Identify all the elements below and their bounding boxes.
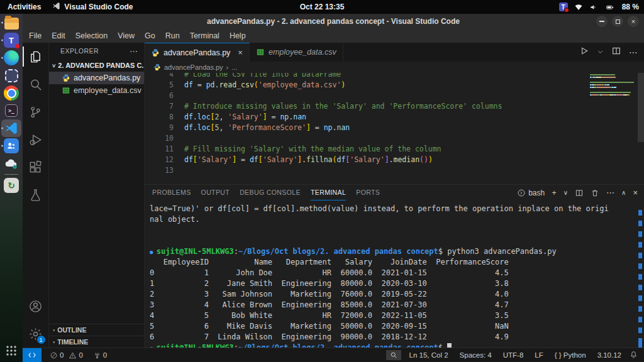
code-text	[174, 133, 184, 144]
terminal-profile[interactable]: bash	[517, 189, 545, 197]
tab-close-icon[interactable]: ×	[238, 48, 243, 57]
activities-button[interactable]: Activities	[8, 3, 41, 11]
encoding-status[interactable]: UTF-8	[500, 351, 527, 359]
problems-status[interactable]: 0 0	[47, 351, 86, 359]
chrome-icon	[4, 85, 19, 101]
menu-go[interactable]: Go	[140, 29, 160, 43]
focused-app-indicator[interactable]: Visual Studio Code	[52, 2, 133, 12]
breadcrumb[interactable]: advancePandas.py › ...	[145, 62, 644, 73]
panel-header: PROBLEMSOUTPUTDEBUG CONSOLETERMINALPORTS…	[145, 185, 644, 200]
line-number: 6	[145, 90, 174, 101]
activitybar-explorer[interactable]	[23, 43, 49, 70]
activitybar-search[interactable]	[23, 70, 49, 98]
dock-item-weather[interactable]	[1, 155, 21, 172]
new-terminal-button[interactable]: +	[552, 189, 557, 197]
dock-item-terminal[interactable]: >_	[1, 102, 21, 119]
panel-tab-output[interactable]: OUTPUT	[201, 185, 230, 200]
vscode-icon	[4, 121, 19, 136]
terminal-line: 4 5 Bob White HR 72000.0 2022-11-05 3.5	[150, 310, 644, 321]
editor-more-actions-button[interactable]: ⋯	[629, 47, 638, 57]
code-text: # Introduce missing values in the 'Salar…	[174, 101, 502, 112]
settings-button[interactable]: 1	[23, 320, 49, 348]
minimize-button[interactable]	[596, 16, 608, 27]
sidebar-title: EXPLORER	[60, 47, 99, 55]
panel-more-button[interactable]: ⋯	[606, 189, 614, 197]
chevron-right-icon: ›	[53, 339, 55, 345]
menu-terminal[interactable]: Terminal	[185, 29, 225, 43]
eol-status[interactable]: LF	[531, 351, 546, 359]
tab-employee_data.csv[interactable]: employee_data.csv	[250, 43, 343, 62]
split-editor-button[interactable]	[611, 46, 621, 58]
error-icon	[50, 351, 58, 359]
close-button[interactable]: ×	[628, 16, 639, 27]
system-tray[interactable]: T 88 %	[559, 3, 639, 11]
account-button[interactable]	[23, 292, 49, 320]
code-text: df.loc[5, 'PerformanceScore'] = np.nan	[174, 123, 350, 133]
vscode-mono-icon	[52, 2, 60, 12]
warning-icon	[69, 351, 77, 359]
line-number: 4	[145, 73, 174, 80]
dock-item-files[interactable]	[1, 14, 21, 31]
dock-show-apps[interactable]	[1, 342, 21, 359]
sidebar-section-timeline[interactable]: ›TIMELINE	[49, 336, 144, 348]
dock-item-screenshot[interactable]	[1, 67, 21, 84]
code-line: 4# Load the CSV file into a DataFrame	[145, 73, 644, 80]
menu-view[interactable]: View	[113, 29, 140, 43]
remote-indicator[interactable]	[23, 348, 42, 362]
terminal-icon: >_	[5, 104, 18, 117]
ports-status[interactable]: 0	[90, 351, 110, 359]
panel-tab-ports[interactable]: PORTS	[356, 185, 380, 200]
activitybar-testing[interactable]	[23, 181, 49, 209]
notifications-bell[interactable]	[630, 351, 638, 360]
sidebar-section-outline[interactable]: ›OUTLINE	[49, 324, 144, 336]
terminal-line: ○ sujit@INL-5MLKWG3:~/Blogs/Oct blogs/2.…	[150, 343, 644, 348]
teams-tray-icon: T	[559, 3, 568, 11]
show-apps-icon	[6, 345, 17, 356]
panel-tab-terminal[interactable]: TERMINAL	[311, 185, 346, 200]
panel-maximize-button[interactable]: ∧	[621, 190, 626, 196]
run-button[interactable]	[579, 46, 589, 58]
dock-item-updater[interactable]: ↻	[1, 177, 21, 194]
dock-item-chrome[interactable]	[1, 84, 21, 102]
activitybar-run-debug[interactable]	[23, 126, 49, 153]
chevron-down-icon: ∨	[52, 63, 56, 69]
tab-advancePandas.py[interactable]: advancePandas.py×	[145, 43, 250, 62]
terminal[interactable]: lace=True)' or df[col] = df[col].method(…	[145, 200, 644, 348]
cursor-position[interactable]: Ln 15, Col 2	[406, 351, 452, 359]
menu-file[interactable]: File	[24, 29, 47, 43]
run-dropdown-button[interactable]	[597, 47, 604, 58]
dock-item-people[interactable]	[1, 137, 21, 155]
terminal-dropdown-button[interactable]: ∨	[564, 190, 568, 196]
explorer-section-header[interactable]: ∨ 2. ADVANCED PANDAS C...	[49, 59, 144, 72]
split-terminal-button[interactable]	[575, 189, 584, 197]
kill-terminal-button[interactable]	[591, 189, 599, 197]
line-number: 12	[145, 155, 174, 165]
clock[interactable]: Oct 22 13:35	[300, 3, 345, 11]
dock-item-teams[interactable]: T	[1, 31, 21, 49]
titlebar: advancePandas.py - 2. advanced pandas co…	[23, 14, 644, 29]
minimap[interactable]	[590, 74, 635, 99]
menu-help[interactable]: Help	[225, 29, 251, 43]
panel-tab-problems[interactable]: PROBLEMS	[152, 185, 191, 200]
search-status-button[interactable]	[386, 350, 401, 360]
panel-tab-debug-console[interactable]: DEBUG CONSOLE	[240, 185, 301, 200]
python-interpreter-status[interactable]: 3.10.12	[594, 351, 625, 359]
restore-button[interactable]	[612, 16, 623, 27]
indentation-status[interactable]: Spaces: 4	[457, 351, 495, 359]
file-advancePandas.py[interactable]: advancePandas.py	[49, 72, 144, 84]
code-editor[interactable]: 4# Load the CSV file into a DataFrame5df…	[145, 73, 644, 184]
panel-close-button[interactable]: ×	[633, 189, 638, 197]
terminal-cursor	[447, 343, 452, 348]
file-employee_data.csv[interactable]: employee_data.csv	[49, 84, 144, 97]
menu-run[interactable]: Run	[160, 29, 185, 43]
menu-edit[interactable]: Edit	[47, 29, 70, 43]
explorer-more-button[interactable]: ⋯	[130, 47, 138, 56]
activitybar-source-control[interactable]	[23, 98, 49, 126]
code-text: df = pd.read_csv('employee_data.csv')	[174, 80, 345, 90]
dock-item-edge[interactable]	[1, 49, 21, 67]
dock-item-vscode[interactable]	[1, 119, 21, 137]
language-status[interactable]: { } Python	[552, 351, 589, 359]
menu-selection[interactable]: Selection	[70, 29, 113, 43]
editor-scrollbar[interactable]	[638, 73, 644, 142]
activitybar-extensions[interactable]	[23, 153, 49, 181]
